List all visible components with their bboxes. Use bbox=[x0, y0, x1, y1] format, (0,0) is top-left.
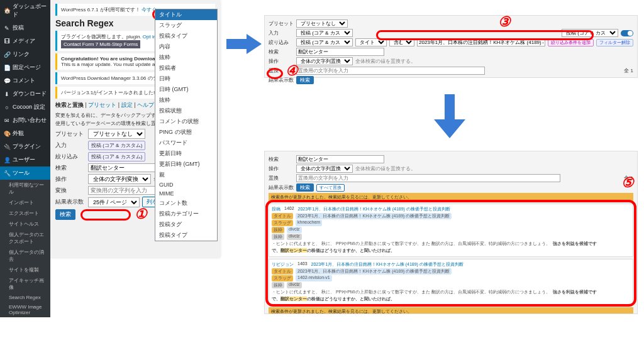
p3-op[interactable]: 含む bbox=[389, 38, 414, 46]
warn-bar-top: 検索条件が更新されました。検索結果を見るには、更新してください。 bbox=[269, 193, 633, 202]
p3-preset[interactable]: プリセットなし bbox=[296, 19, 348, 28]
sidebar-item[interactable]: 👤ユーザー bbox=[0, 153, 50, 166]
dropdown-option[interactable]: 内容 bbox=[155, 41, 217, 52]
dropdown-option[interactable]: 更新日時 (GMT) bbox=[155, 159, 217, 170]
menu-icon: 🔌 bbox=[4, 144, 10, 150]
sidebar-subitem[interactable]: サイトを複製 bbox=[0, 264, 50, 275]
dropdown-option[interactable]: 投稿者 bbox=[155, 63, 217, 74]
dropdown-option[interactable]: 日時 bbox=[155, 74, 217, 84]
p3-source2[interactable]: 投稿 (コア & カスタム) bbox=[562, 29, 618, 37]
sidebar-subitem[interactable]: インポート bbox=[0, 197, 50, 208]
sidebar-subitem[interactable]: 個人データのエクスポート bbox=[0, 229, 50, 247]
dropdown-option[interactable]: スラッグ bbox=[155, 20, 217, 31]
preset-select[interactable]: プリセットなし bbox=[88, 129, 145, 139]
filter-chip[interactable]: 投稿 (コア & カスタム) bbox=[88, 152, 145, 161]
wp-update-text: WordPress 6.7.1 が利用可能です！ bbox=[61, 7, 140, 13]
menu-icon: ○ bbox=[4, 104, 10, 111]
sidebar-item[interactable]: ✉お問い合わせ bbox=[0, 114, 50, 127]
dropdown-option[interactable]: 投稿状態 bbox=[155, 106, 217, 116]
result-title[interactable]: 2023年1月、日本株の注目銘柄！KHネオケム株 (4189) の株価予想と投資… bbox=[298, 206, 450, 212]
result-title[interactable]: 2023年1月、日本株の注目銘柄！KHネオケム株 (4189) の株価予想と投資… bbox=[311, 261, 464, 268]
dropdown-option[interactable]: コメントの状態 bbox=[155, 116, 217, 127]
dropdown-option[interactable]: 親 bbox=[155, 170, 217, 180]
sidebar-subitem[interactable]: サイトヘルス bbox=[0, 219, 50, 229]
sidebar-item[interactable]: ✎投稿 bbox=[0, 21, 50, 35]
p3-col[interactable]: タイトル bbox=[355, 38, 387, 46]
search-input[interactable] bbox=[88, 163, 164, 172]
title-dropdown[interactable]: タイトルスラッグ投稿タイプ内容抜粋投稿者日時日時 (GMT)抜粋投稿状態コメント… bbox=[155, 9, 218, 241]
p3-filter1[interactable]: 投稿 (コア & カスタム) bbox=[296, 38, 353, 46]
p3-source1[interactable]: 投稿 (コア & カスタム) bbox=[296, 29, 353, 37]
sidebar-item[interactable]: 🔌プラグイン bbox=[0, 140, 50, 153]
p3-replace[interactable] bbox=[296, 67, 485, 75]
result-type[interactable]: リビジョン bbox=[272, 261, 294, 268]
wp-sidebar: 🏠ダッシュボード✎投稿🎞メディア🔗リンク📄固定ページ💬コメント⬇ダウンロード○C… bbox=[0, 0, 50, 258]
sidebar-item[interactable]: 🔗リンク bbox=[0, 48, 50, 61]
dropdown-option[interactable]: GUID bbox=[155, 180, 217, 189]
menu-icon: 🎞 bbox=[4, 38, 10, 45]
sidebar-subitem[interactable]: 個人データの消去 bbox=[0, 247, 50, 264]
sidebar-subitem[interactable]: 利用可能なツール bbox=[0, 180, 50, 197]
sidebar-item[interactable]: 🏠ダッシュボード bbox=[0, 0, 50, 21]
dropdown-option[interactable]: 日時 (GMT) bbox=[155, 84, 217, 95]
p5-search-button[interactable]: 検索 bbox=[296, 183, 314, 192]
dropdown-option[interactable]: PING の状態 bbox=[155, 127, 217, 138]
dropdown-option[interactable]: 投稿タグ bbox=[155, 219, 217, 230]
remove-filter-button[interactable]: フィルター解除 bbox=[596, 39, 633, 46]
p3-action[interactable]: 全体の文字列置換 bbox=[296, 57, 353, 65]
sidebar-subitem[interactable]: エクスポート bbox=[0, 208, 50, 219]
sidebar-subitem[interactable]: Search Regex bbox=[0, 293, 50, 302]
menu-icon: 🔧 bbox=[4, 170, 10, 177]
search-button[interactable]: 検索 bbox=[55, 209, 75, 220]
menu-icon: 📄 bbox=[4, 65, 10, 71]
replace-all-button[interactable]: すべて置換 bbox=[316, 184, 345, 192]
p5-search[interactable] bbox=[296, 155, 384, 163]
arrow-down-icon bbox=[434, 94, 465, 138]
dropdown-option[interactable]: 投稿タイプ bbox=[155, 31, 217, 41]
add-filter-button[interactable]: 絞り込み条件を追加 bbox=[548, 39, 594, 46]
p5-replace[interactable] bbox=[296, 174, 560, 182]
warn-bar-bottom: 検索条件が更新されました。検索結果を見るには、更新してください。 bbox=[269, 307, 633, 314]
sidebar-item[interactable]: 📄固定ページ bbox=[0, 61, 50, 74]
menu-icon: 🏠 bbox=[4, 8, 10, 14]
dropdown-option[interactable]: 抜粋 bbox=[155, 95, 217, 106]
p3-search[interactable] bbox=[296, 48, 384, 56]
sidebar-item[interactable]: ⬇ダウンロード bbox=[0, 87, 50, 101]
sidebar-item[interactable]: 🔧ツール bbox=[0, 166, 50, 180]
sidebar-subitem[interactable]: アイキャッチ画像 bbox=[0, 275, 50, 293]
dropdown-option[interactable]: パスワード bbox=[155, 138, 217, 148]
results-panel: 検索 操作 全体の文字列置換 全体検索の値を置換する。 置換 全 1 結果表示数… bbox=[264, 151, 638, 314]
result-item: 投稿14022023年1月、日本株の注目銘柄！KHネオケム株 (4189) の株… bbox=[269, 204, 633, 257]
svg-marker-0 bbox=[226, 34, 262, 54]
menu-icon: 🔗 bbox=[4, 52, 10, 58]
sidebar-subitem[interactable]: EWWW Image Optimizer bbox=[0, 302, 50, 317]
result-type[interactable]: 投稿 bbox=[272, 206, 280, 212]
toggle-icon[interactable] bbox=[621, 30, 633, 36]
dropdown-option[interactable]: 投稿カテゴリー bbox=[155, 209, 217, 219]
menu-icon: 🎨 bbox=[4, 131, 10, 137]
sidebar-item[interactable]: 💬コメント bbox=[0, 74, 50, 87]
p3-search-button[interactable]: 検索 bbox=[296, 76, 314, 84]
wp-content: WordPress 6.7.1 が利用可能です！ 今すぐ Search Rege… bbox=[50, 0, 220, 258]
sidebar-item[interactable]: ○Cocoon 設定 bbox=[0, 101, 50, 114]
action-select[interactable]: 全体の文字列変換 bbox=[88, 174, 151, 184]
p3-filter-value[interactable] bbox=[417, 38, 545, 46]
menu-icon: 👤 bbox=[4, 157, 10, 163]
dropdown-option[interactable]: 更新日時 bbox=[155, 148, 217, 159]
dropdown-option[interactable]: コメント数 bbox=[155, 198, 217, 209]
dropdown-option[interactable]: 抜粋 bbox=[155, 52, 217, 63]
wp-admin-panel: 🏠ダッシュボード✎投稿🎞メディア🔗リンク📄固定ページ💬コメント⬇ダウンロード○C… bbox=[0, 0, 220, 258]
menu-icon: ✎ bbox=[4, 25, 10, 31]
dropdown-option[interactable]: MIME bbox=[155, 189, 217, 198]
menu-icon: 💬 bbox=[4, 78, 10, 84]
cf7-badge: Contact Form 7 Multi-Step Forms bbox=[61, 40, 140, 48]
dropdown-option[interactable]: タイトル bbox=[155, 9, 217, 20]
source-chip[interactable]: 投稿 (コア & カスタム) bbox=[88, 141, 145, 150]
sidebar-item[interactable]: 🎞メディア bbox=[0, 35, 50, 48]
arrow-right-icon bbox=[226, 31, 262, 57]
sidebar-item[interactable]: 🎨外観 bbox=[0, 127, 50, 140]
menu-icon: ⬇ bbox=[4, 91, 10, 97]
p5-action[interactable]: 全体の文字列置換 bbox=[296, 165, 353, 173]
results-select[interactable]: 25件 / ページ bbox=[88, 197, 140, 207]
dropdown-option[interactable]: 投稿タイプ bbox=[155, 230, 217, 241]
